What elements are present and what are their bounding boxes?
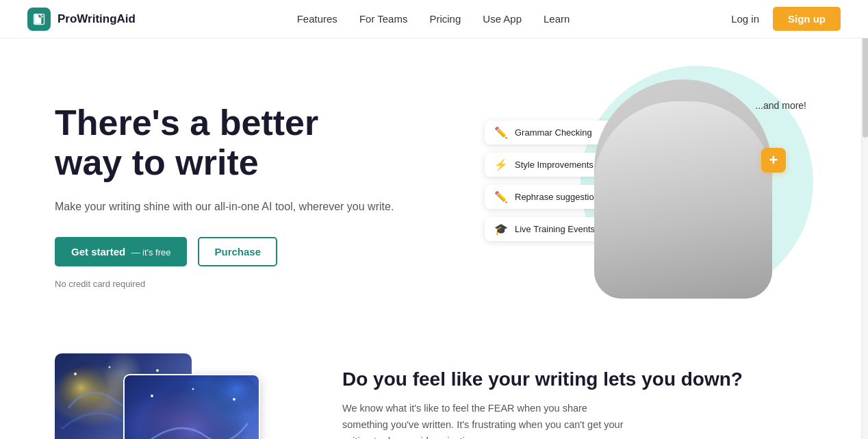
image-front bbox=[123, 374, 260, 439]
hero-content: There's a better way to write Make your … bbox=[55, 103, 394, 289]
section2: My idea in my head Do you feel like your… bbox=[0, 340, 868, 439]
svg-point-5 bbox=[156, 369, 159, 372]
svg-point-10 bbox=[151, 394, 153, 397]
nav-links: Features For Teams Pricing Use App Learn bbox=[297, 13, 570, 25]
signup-button[interactable]: Sign up bbox=[773, 7, 841, 31]
logo-icon bbox=[27, 8, 51, 31]
hero-cta-group: Get started — it's free Purchase bbox=[55, 237, 394, 266]
section2-images: My idea in my head bbox=[55, 353, 301, 439]
hero-section: There's a better way to write Make your … bbox=[0, 38, 868, 340]
hero-note: No credit card required bbox=[55, 279, 394, 289]
hero-illustration: ✏️ Grammar Checking ⚡ Style Improvements… bbox=[485, 79, 813, 312]
plus-badge: + bbox=[761, 148, 786, 173]
svg-point-12 bbox=[233, 398, 235, 401]
login-link[interactable]: Log in bbox=[731, 13, 759, 25]
hero-person bbox=[594, 79, 772, 299]
navbar: ProWritingAid Features For Teams Pricing… bbox=[0, 0, 868, 38]
svg-point-3 bbox=[74, 373, 77, 375]
svg-point-4 bbox=[109, 366, 111, 368]
nav-use-app[interactable]: Use App bbox=[483, 13, 522, 25]
front-image-svg bbox=[125, 375, 260, 439]
grammar-icon: ✏️ bbox=[494, 126, 508, 139]
hero-title: There's a better way to write bbox=[55, 103, 394, 182]
section2-body: We know what it's like to feel the FEAR … bbox=[342, 401, 630, 439]
get-started-button[interactable]: Get started — it's free bbox=[55, 237, 187, 266]
logo-svg bbox=[32, 12, 46, 26]
hero-subtitle: Make your writing shine with our all-in-… bbox=[55, 199, 394, 215]
hero-more-label: ...and more! bbox=[755, 100, 806, 111]
training-icon: 🎓 bbox=[494, 223, 508, 236]
logo[interactable]: ProWritingAid bbox=[27, 8, 136, 31]
section2-text: Do you feel like your writing lets you d… bbox=[342, 353, 743, 439]
hero-person-inner bbox=[594, 101, 772, 299]
rephrase-icon: ✏️ bbox=[494, 190, 508, 203]
scrollbar-track[interactable] bbox=[861, 0, 868, 439]
nav-learn[interactable]: Learn bbox=[544, 13, 570, 25]
nav-features[interactable]: Features bbox=[297, 13, 337, 25]
pill-grammar: ✏️ Grammar Checking bbox=[485, 121, 613, 145]
section2-title: Do you feel like your writing lets you d… bbox=[342, 367, 743, 391]
purchase-button[interactable]: Purchase bbox=[198, 237, 277, 266]
brand-name: ProWritingAid bbox=[58, 12, 136, 26]
style-icon: ⚡ bbox=[494, 158, 508, 171]
svg-point-11 bbox=[192, 388, 194, 390]
nav-actions: Log in Sign up bbox=[731, 7, 841, 31]
nav-for-teams[interactable]: For Teams bbox=[359, 13, 408, 25]
nav-pricing[interactable]: Pricing bbox=[429, 13, 461, 25]
